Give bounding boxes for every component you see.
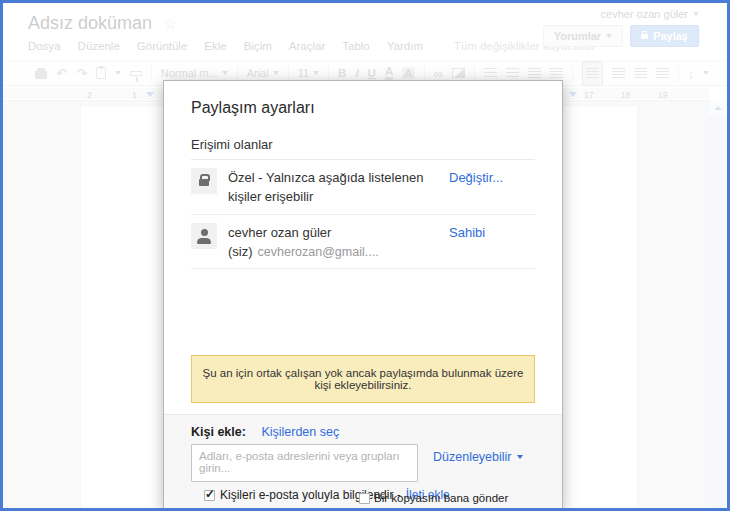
send-copy-checkbox[interactable] bbox=[359, 493, 370, 504]
sharing-settings-dialog: Paylaşım ayarları Erişimi olanlar Özel -… bbox=[163, 80, 563, 511]
add-people-input[interactable] bbox=[191, 444, 418, 482]
access-row-private: Özel - Yalnızca aşağıda listelenen kişil… bbox=[191, 160, 535, 215]
no-collaborators-notice: Şu an için ortak çalışan yok ancak payla… bbox=[191, 355, 535, 403]
permission-dropdown[interactable]: Düzenleyebilir bbox=[433, 444, 523, 482]
change-visibility-link[interactable]: Değiştir... bbox=[449, 168, 535, 185]
lock-icon bbox=[191, 168, 217, 194]
owner-email: cevherozan@gmail.... bbox=[258, 245, 379, 259]
screenshot-stage: Adsız doküman ☆ Dosya Düzenle Görüntüle … bbox=[0, 0, 730, 511]
access-heading: Erişimi olanlar bbox=[191, 137, 535, 160]
add-people-label: Kişi ekle: bbox=[191, 425, 246, 439]
notify-checkbox[interactable] bbox=[204, 490, 215, 501]
choose-from-contacts-link[interactable]: Kişilerden seç bbox=[261, 425, 339, 439]
access-row-owner: cevher ozan güler (siz)cevherozan@gmail.… bbox=[191, 215, 535, 270]
person-icon bbox=[191, 223, 217, 249]
dialog-title: Paylaşım ayarları bbox=[191, 99, 535, 117]
add-people-section: Kişi ekle: Kişilerden seç Düzenleyebilir… bbox=[164, 414, 562, 511]
collaborator-list-empty bbox=[164, 269, 562, 355]
access-row-text: Özel - Yalnızca aşağıda listelenen kişil… bbox=[228, 168, 449, 207]
send-copy-label: Bir kopyasını bana gönder bbox=[374, 492, 508, 504]
chevron-down-icon bbox=[517, 455, 523, 459]
send-copy-row: Bir kopyasını bana gönder bbox=[359, 491, 511, 505]
owner-role-link[interactable]: Sahibi bbox=[449, 223, 535, 240]
